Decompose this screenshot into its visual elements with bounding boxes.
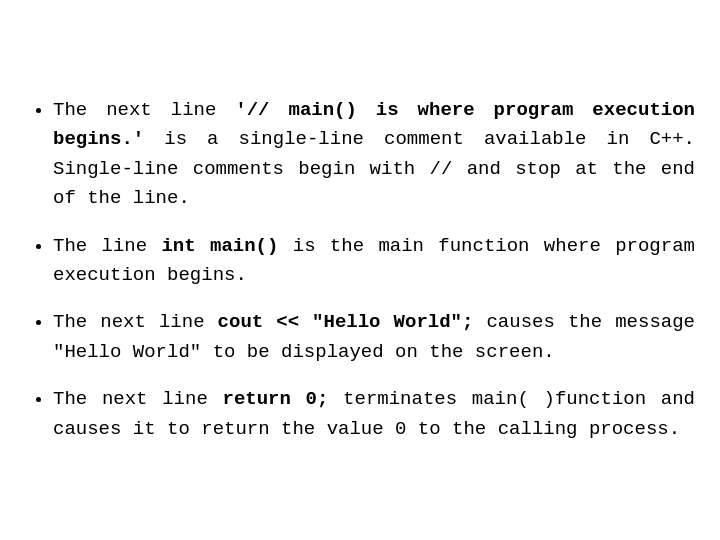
bullet-list: The next line '// main() is where progra…: [25, 96, 695, 444]
bullet-1-code: '// main() is where program execution be…: [53, 99, 695, 150]
bullet-4-text: The next line return 0; terminates main(…: [53, 388, 695, 439]
list-item: The next line cout << "Hello World"; cau…: [53, 308, 695, 367]
bullet-2-text: The line int main() is the main function…: [53, 235, 695, 286]
list-item: The next line '// main() is where progra…: [53, 96, 695, 214]
list-item: The line int main() is the main function…: [53, 232, 695, 291]
bullet-3-code: cout << "Hello World";: [218, 311, 474, 333]
bullet-1-text: The next line '// main() is where progra…: [53, 99, 695, 209]
bullet-2-code: int main(): [161, 235, 278, 257]
main-content: The next line '// main() is where progra…: [15, 76, 705, 464]
bullet-4-code: return 0;: [222, 388, 328, 410]
bullet-3-text: The next line cout << "Hello World"; cau…: [53, 311, 695, 362]
list-item: The next line return 0; terminates main(…: [53, 385, 695, 444]
